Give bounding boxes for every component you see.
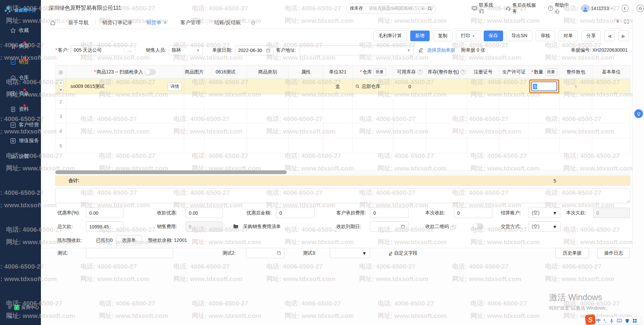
move-up-icon[interactable]: ↑: [560, 79, 592, 94]
empty-cell[interactable]: [426, 94, 467, 109]
empty-cell[interactable]: [560, 124, 592, 139]
warehouse-cell[interactable]: 总部仓库: [353, 79, 393, 94]
empty-cell[interactable]: [499, 109, 529, 124]
image-cell[interactable]: [184, 79, 205, 94]
save-button[interactable]: 保存: [484, 31, 503, 41]
empty-cell[interactable]: [323, 139, 353, 153]
empty-cell[interactable]: [467, 124, 499, 139]
empty-cell[interactable]: [426, 124, 467, 139]
contact-us-link[interactable]: 联系我们: [472, 2, 497, 14]
empty-cell[interactable]: [184, 124, 205, 139]
sogou-logo-icon[interactable]: S: [585, 314, 596, 325]
empty-cell[interactable]: [592, 94, 630, 109]
empty-cell[interactable]: [353, 109, 393, 124]
copy-button[interactable]: 复制: [433, 31, 452, 41]
profit-calc-button[interactable]: 毛利率计算: [373, 31, 407, 41]
attachment-count[interactable]: 附单据 0 张: [461, 47, 485, 53]
tab-list-icon[interactable]: ⊙: [251, 19, 255, 26]
total-arrears-field[interactable]: 10999.45: [86, 221, 123, 232]
sidebar-item-favorites[interactable]: 收藏: [0, 22, 41, 38]
empty-cell[interactable]: [184, 139, 205, 153]
empty-cell[interactable]: [592, 124, 630, 139]
empty-cell[interactable]: [467, 139, 499, 153]
search-icon[interactable]: [427, 6, 432, 11]
salesperson-select[interactable]: 陈林 ▼: [169, 45, 203, 55]
detail-button[interactable]: 详情: [168, 82, 182, 91]
ime-toolbar[interactable]: S 中 °,: [586, 317, 641, 325]
toolbox-grid-icon[interactable]: [633, 319, 637, 323]
empty-cell[interactable]: [592, 109, 630, 124]
horizontal-scrollbar[interactable]: [55, 170, 630, 174]
resize-grip[interactable]: [626, 199, 630, 203]
empty-cell[interactable]: [289, 124, 323, 139]
chevron-down-icon[interactable]: ∨: [421, 6, 424, 11]
match-button[interactable]: 对单: [558, 31, 578, 41]
choose-source-link[interactable]: 选择原始单据: [427, 47, 455, 53]
sidebar-item-value-services[interactable]: 增值服务: [0, 133, 41, 149]
empty-cell[interactable]: [393, 124, 426, 139]
empty-cell[interactable]: [467, 94, 499, 109]
empty-cell[interactable]: [66, 109, 184, 124]
info-icon[interactable]: ?: [418, 69, 423, 74]
info-icon[interactable]: ?: [461, 69, 466, 74]
empty-cell[interactable]: [247, 109, 289, 124]
empty-cell[interactable]: [184, 109, 205, 124]
skin-icon[interactable]: [625, 319, 630, 323]
remarks-textarea[interactable]: [55, 188, 630, 203]
qty-batch-button[interactable]: 批量: [545, 68, 557, 75]
home-icon[interactable]: [50, 20, 56, 25]
inventory-search[interactable]: 搜库存 请输入商品编码或名称 ∨: [346, 3, 436, 13]
ime-language[interactable]: 中: [596, 318, 600, 324]
empty-cell[interactable]: [66, 94, 184, 109]
empty-cell[interactable]: [393, 139, 426, 153]
empty-cell[interactable]: [247, 94, 289, 109]
pin-top-icon[interactable]: [615, 19, 620, 24]
empty-cell[interactable]: [560, 109, 592, 124]
empty-cell[interactable]: [289, 109, 323, 124]
empty-cell[interactable]: [323, 124, 353, 139]
sidebar-item-sales[interactable]: 销货: [0, 54, 41, 70]
add-row-button[interactable]: +: [58, 80, 64, 86]
print-button[interactable]: 打印▼: [456, 31, 480, 41]
collapse-sidebar-icon[interactable]: [8, 315, 13, 320]
empty-cell[interactable]: [66, 124, 184, 139]
empty-cell[interactable]: [529, 124, 560, 139]
attribute-cell[interactable]: [289, 79, 323, 94]
empty-cell[interactable]: [205, 124, 247, 139]
tab-sales-order-records[interactable]: 销货订单记录: [96, 16, 139, 29]
empty-cell[interactable]: [353, 139, 393, 153]
empty-cell[interactable]: [499, 124, 529, 139]
customer-field[interactable]: 005 天达公司 …: [71, 45, 135, 55]
prev-doc-button[interactable]: ◀: [604, 31, 615, 41]
test-cell[interactable]: [205, 79, 247, 94]
empty-cell[interactable]: [205, 94, 247, 109]
empty-cell[interactable]: [499, 139, 529, 153]
search-category[interactable]: 搜库存: [350, 5, 363, 11]
empty-cell[interactable]: [393, 94, 426, 109]
ime-punctuation[interactable]: °,: [603, 318, 606, 323]
scan-toggle[interactable]: [145, 69, 156, 75]
empty-cell[interactable]: [323, 109, 353, 124]
tab-newbie-guide[interactable]: 新手导航: [62, 16, 95, 29]
column-settings-icon[interactable]: ◎: [55, 65, 66, 79]
sidebar-item-customer-ops[interactable]: 客户经营: [0, 117, 41, 133]
delete-row-button[interactable]: ✕: [58, 87, 64, 93]
warehouse-batch-button[interactable]: 批量: [374, 68, 386, 75]
due-date-field[interactable]: [370, 221, 409, 232]
category-cell[interactable]: [247, 79, 289, 94]
empty-cell[interactable]: [353, 124, 393, 139]
fullscreen-icon[interactable]: [624, 19, 629, 24]
custom-fields-link[interactable]: 自定义字段: [388, 250, 418, 256]
license-cell[interactable]: [499, 79, 529, 94]
after-sales-link[interactable]: 售后在线服务: [505, 2, 540, 14]
empty-cell[interactable]: [592, 139, 630, 153]
audit-button[interactable]: 审核: [536, 31, 555, 41]
empty-cell[interactable]: [323, 94, 353, 109]
back-button[interactable]: [622, 5, 629, 12]
empty-cell[interactable]: [426, 109, 467, 124]
empty-cell[interactable]: [184, 94, 205, 109]
registration-no-cell[interactable]: [467, 79, 499, 94]
delivery-select[interactable]: (空)▼: [528, 221, 560, 232]
add-button[interactable]: 新增: [410, 31, 430, 41]
after-discount-field[interactable]: 0: [276, 208, 315, 218]
